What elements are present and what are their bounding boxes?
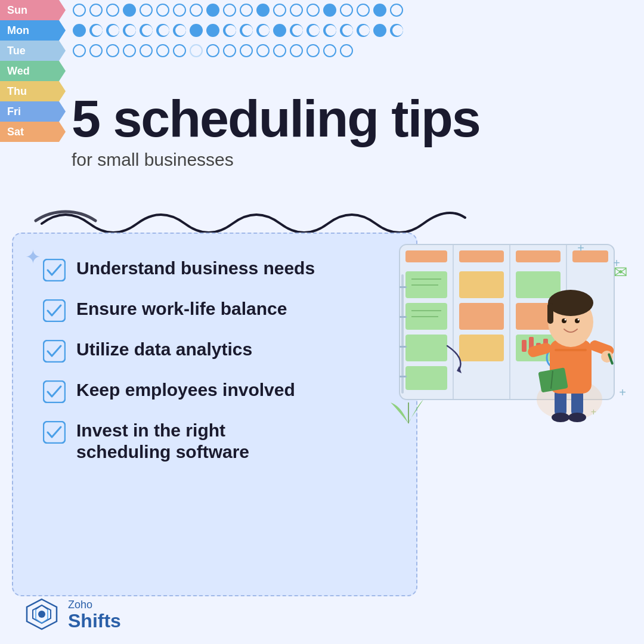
svg-rect-36 (400, 316, 407, 318)
svg-rect-45 (555, 349, 587, 351)
day-label-mon: Mon (0, 20, 66, 41)
tips-card: ✦ Understand business needs Ensure work-… (12, 233, 417, 596)
day-dots-tue (66, 44, 644, 57)
tip-text-1: Understand business needs (76, 258, 315, 279)
day-row-tue: Tue (0, 41, 644, 61)
dot (106, 44, 119, 57)
day-label-thu: Thu (0, 81, 66, 101)
day-row-wed: Wed (0, 61, 644, 81)
dot (256, 4, 270, 17)
dot (240, 44, 253, 57)
tip-item-4: Keep employees involved (43, 379, 392, 403)
dot (340, 44, 353, 57)
svg-rect-4 (44, 422, 65, 443)
dot-crescent (290, 24, 303, 37)
checkmark-icon-5 (43, 421, 66, 444)
svg-rect-1 (44, 300, 65, 321)
tip-text-3: Utilize data analytics (76, 339, 252, 360)
dot-crescent (240, 24, 253, 37)
main-title-area: 5 scheduling tips for small businesses (72, 92, 620, 170)
tip-text-4: Keep employees involved (76, 379, 295, 401)
logo-product: Shifts (68, 611, 121, 630)
dot-crescent (173, 24, 186, 37)
tip-text-2: Ensure work-life balance (76, 298, 287, 320)
dot (390, 4, 403, 17)
dot (223, 44, 236, 57)
zoho-shifts-logo-icon (24, 596, 60, 632)
svg-rect-22 (459, 303, 504, 330)
svg-point-61 (38, 611, 45, 618)
plus-deco-1: + (577, 242, 584, 255)
tip-item-1: Understand business needs (43, 258, 392, 281)
day-label-wed: Wed (0, 61, 66, 81)
checkmark-icon-3 (43, 340, 66, 363)
dot (173, 4, 186, 17)
dot (206, 4, 219, 17)
dot (373, 24, 386, 37)
day-label-fri: Fri (0, 101, 66, 122)
dot (123, 44, 136, 57)
dot (190, 4, 203, 17)
day-label-sun: Sun (0, 0, 66, 20)
svg-point-55 (565, 319, 566, 321)
dot (123, 4, 136, 17)
dot-crescent (323, 24, 336, 37)
dot (89, 4, 103, 17)
dot (140, 44, 153, 57)
dot (306, 44, 320, 57)
dot (256, 44, 270, 57)
dot-crescent (357, 24, 370, 37)
dot (190, 44, 203, 57)
tip-item-3: Utilize data analytics (43, 339, 392, 363)
svg-rect-9 (405, 250, 447, 262)
plant-illustration (385, 391, 432, 426)
svg-point-56 (578, 319, 580, 321)
page-title: 5 scheduling tips (72, 92, 620, 145)
dot (156, 4, 169, 17)
dot (306, 4, 320, 17)
sparkle-icon: ✦ (25, 246, 41, 268)
dot (190, 24, 203, 37)
dot (273, 4, 286, 17)
illustration-board: + + + + ✉ (382, 239, 632, 429)
dot (73, 44, 86, 57)
svg-rect-2 (44, 340, 65, 362)
dot-crescent (89, 24, 103, 37)
logo-text: Zoho Shifts (68, 599, 121, 630)
dot-crescent (340, 24, 353, 37)
day-label-tue: Tue (0, 41, 66, 61)
dot (73, 24, 86, 37)
dot (106, 4, 119, 17)
dot (290, 4, 303, 17)
dot-crescent (256, 24, 270, 37)
svg-rect-46 (527, 342, 552, 358)
svg-rect-16 (405, 366, 447, 390)
dot (290, 44, 303, 57)
dot-crescent (223, 24, 236, 37)
tip-text-5: Invest in the rightscheduling software (76, 420, 249, 463)
svg-rect-15 (405, 335, 447, 361)
svg-rect-23 (459, 335, 504, 361)
dot (273, 24, 286, 37)
dot (273, 44, 286, 57)
dot (173, 44, 186, 57)
person-illustration (507, 256, 626, 429)
svg-rect-0 (44, 259, 65, 281)
svg-rect-21 (459, 271, 504, 298)
checkmark-icon-2 (43, 299, 66, 322)
wavy-divider (30, 203, 477, 235)
svg-rect-35 (400, 286, 407, 288)
dot-crescent (306, 24, 320, 37)
dot (340, 4, 353, 17)
dot (323, 44, 336, 57)
dot (89, 44, 103, 57)
day-row-mon: Mon (0, 20, 644, 41)
svg-rect-3 (44, 381, 65, 402)
dot (206, 24, 219, 37)
day-row-sun: Sun (0, 0, 644, 20)
dot (240, 4, 253, 17)
checkmark-icon-1 (43, 259, 66, 281)
tip-item-5: Invest in the rightscheduling software (43, 420, 392, 463)
svg-rect-38 (400, 376, 407, 377)
checkmark-icon-4 (43, 380, 66, 403)
